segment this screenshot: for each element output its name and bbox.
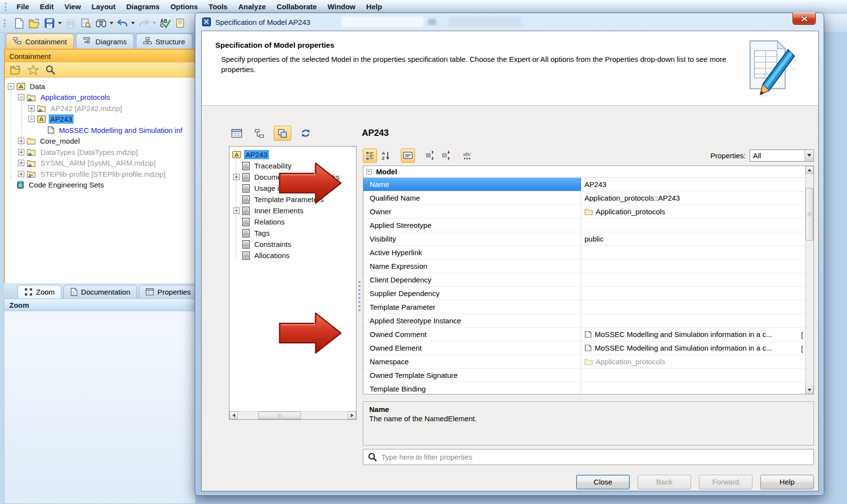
property-row-supplier-dependency[interactable]: Supplier Dependency	[363, 287, 805, 300]
tree-item-ap243[interactable]: −AP243	[5, 114, 195, 125]
search-icon[interactable]	[45, 65, 55, 75]
tree-expander-expand[interactable]: +	[18, 171, 24, 177]
nav-tree-item-inner[interactable]: +Inner Elements	[229, 205, 356, 216]
menu-edit[interactable]: Edit	[35, 1, 59, 12]
property-row-owned-template-signature[interactable]: Owned Template Signature	[363, 369, 805, 382]
property-row-name[interactable]: NameAP243	[363, 178, 805, 191]
tree-item-datatypes[interactable]: +DataTypes [DataTypes.mdzip]	[5, 147, 195, 158]
nav-tree-item-constraints[interactable]: Constraints	[229, 239, 356, 250]
sort-alphabetically-button[interactable]: AZ	[379, 149, 393, 163]
scroll-left-button[interactable]	[229, 411, 238, 419]
open-specification-icon[interactable]	[10, 65, 21, 75]
tree-item-mossec[interactable]: MoSSEC Modelling and Simulation inf	[5, 125, 195, 136]
property-value-cell[interactable]	[581, 260, 805, 273]
save-icon[interactable]	[42, 17, 56, 30]
filter-properties-field[interactable]	[363, 449, 814, 465]
property-row-template-parameter[interactable]: Template Parameter	[363, 300, 805, 314]
property-value-cell[interactable]: MoSSEC Modelling and Simulation informat…	[581, 341, 805, 355]
dropdown-arrow-button[interactable]	[805, 150, 813, 161]
menu-options[interactable]: Options	[165, 1, 204, 12]
property-value-cell[interactable]	[581, 382, 805, 394]
dialog-title-bar[interactable]: Specification of Model AP243	[195, 13, 824, 31]
tree-item-sysml_arm[interactable]: +SYSML_ARM [SysML_ARM.mdzip]	[5, 158, 195, 169]
property-row-namespace[interactable]: NamespaceApplication_protocols	[363, 355, 805, 369]
collapse-nodes-button[interactable]	[439, 149, 453, 163]
filter-properties-input[interactable]	[381, 453, 813, 461]
property-row-applied-stereotype-instance[interactable]: Applied Stereotype Instance	[363, 314, 805, 328]
scroll-down-button[interactable]	[806, 386, 813, 394]
tab-structure[interactable]: Structure	[136, 34, 192, 49]
bottom-tab-properties[interactable]: Properties	[139, 285, 197, 299]
tab-containment[interactable]: Containment	[6, 34, 74, 49]
print-icon[interactable]	[64, 17, 77, 30]
property-value-cell[interactable]	[581, 246, 805, 259]
panel-splitter-handle[interactable]	[358, 281, 360, 311]
table-group-model[interactable]: −Model	[363, 166, 805, 178]
property-row-name-expression[interactable]: Name Expression	[363, 260, 805, 273]
tree-expander-expand[interactable]: +	[233, 174, 240, 180]
expand-nodes-button[interactable]	[423, 149, 437, 163]
property-row-qualified-name[interactable]: Qualified NameApplication_protocols::AP2…	[363, 191, 805, 205]
property-value-cell[interactable]	[581, 369, 805, 382]
tree-item-ap242[interactable]: +AP242 [AP242.mdzip]	[5, 103, 195, 114]
nav-tree-item-allocations[interactable]: Allocations	[229, 250, 356, 261]
property-value-cell[interactable]: MoSSEC Modelling and Simulation informat…	[581, 328, 805, 341]
close-window-button[interactable]	[792, 13, 816, 25]
tab-diagrams[interactable]: »DDiagrams	[76, 34, 134, 49]
menu-window[interactable]: Window	[322, 1, 360, 12]
help-button[interactable]: Help	[760, 475, 814, 489]
tree-view-button[interactable]	[251, 126, 268, 141]
properties-filter-dropdown[interactable]: All	[750, 149, 814, 162]
nav-tree-item-tags[interactable]: Tags	[229, 227, 356, 239]
menu-help[interactable]: Help	[361, 1, 388, 12]
undo-icon[interactable]	[115, 17, 129, 30]
abc-options-button[interactable]: abc	[461, 149, 475, 163]
scroll-up-button[interactable]	[806, 166, 813, 174]
property-value-cell[interactable]	[581, 219, 805, 232]
property-value-cell[interactable]	[581, 287, 805, 300]
tree-expander-expand[interactable]: +	[18, 160, 24, 166]
property-row-client-dependency[interactable]: Client Dependency	[363, 273, 805, 287]
bottom-tab-documentation[interactable]: Documentation	[63, 285, 137, 299]
menu-tools[interactable]: Tools	[203, 1, 233, 12]
tree-item-steplib-profile[interactable]: +«»STEPlib-profile [STEPlib-profile.mdzi…	[5, 168, 195, 180]
property-value-cell[interactable]: Application_protocols	[581, 355, 805, 368]
property-row-owned-element[interactable]: Owned ElementMoSSEC Modelling and Simula…	[363, 341, 805, 355]
nav-tree-item-relations[interactable]: Relations	[229, 216, 356, 227]
properties-table-scrollbar[interactable]	[805, 166, 813, 394]
tree-item-code[interactable]: Code Engineering Sets	[5, 180, 195, 191]
property-value-cell[interactable]: Application_protocols	[581, 205, 805, 218]
property-row-visibility[interactable]: Visibilitypublic	[363, 232, 805, 246]
tree-expander-expand[interactable]: +	[233, 207, 240, 214]
property-value-cell[interactable]: public	[581, 232, 805, 245]
property-row-owner[interactable]: OwnerApplication_protocols	[363, 205, 805, 219]
print-preview-icon[interactable]	[79, 17, 93, 30]
new-document-icon[interactable]	[12, 17, 26, 30]
tree-expander-expand[interactable]: +	[18, 149, 24, 155]
menu-file[interactable]: File	[11, 1, 35, 12]
menu-analyze[interactable]: Analyze	[233, 1, 271, 12]
refresh-button[interactable]	[297, 126, 314, 141]
tree-item-application_protocols[interactable]: −Application_protocols	[5, 92, 195, 103]
property-row-owned-comment[interactable]: Owned CommentMoSSEC Modelling and Simula…	[363, 328, 805, 341]
scrollbar-thumb[interactable]	[806, 188, 813, 241]
categorized-view-button[interactable]	[363, 149, 377, 163]
property-value-cell[interactable]: AP243	[581, 178, 805, 191]
property-value-cell[interactable]	[581, 300, 805, 314]
find-icon[interactable]	[94, 17, 108, 30]
property-value-cell[interactable]	[581, 314, 805, 327]
menu-diagrams[interactable]: Diagrams	[121, 1, 165, 12]
property-value-cell[interactable]: Application_protocols::AP243	[581, 191, 805, 205]
menu-layout[interactable]: Layout	[86, 1, 121, 12]
menu-view[interactable]: View	[59, 1, 86, 12]
favorites-star-icon[interactable]	[28, 65, 38, 75]
open-project-icon[interactable]	[27, 17, 41, 30]
close-button[interactable]: Close	[576, 475, 630, 489]
scroll-right-button[interactable]	[348, 411, 356, 419]
show-description-button[interactable]	[401, 149, 415, 163]
group-collapse-expander[interactable]: −	[366, 169, 372, 174]
spell-check-icon[interactable]: ABC	[158, 17, 172, 30]
stacked-view-button[interactable]	[274, 126, 291, 141]
bottom-tab-zoom[interactable]: Zoom	[18, 285, 61, 299]
property-value-cell[interactable]	[581, 273, 805, 286]
